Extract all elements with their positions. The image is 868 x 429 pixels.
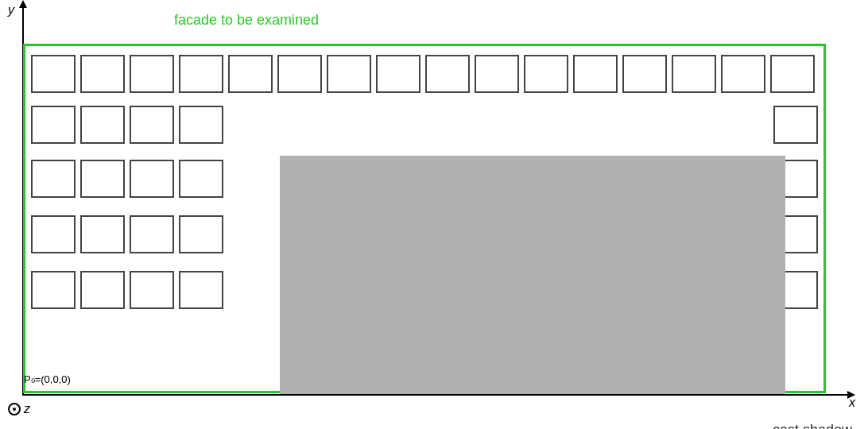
window — [179, 215, 223, 253]
cast-shadow-label: cast shadow — [560, 311, 868, 429]
window — [376, 55, 420, 93]
window-row-3-left — [29, 157, 226, 200]
window — [524, 55, 568, 93]
diagram-canvas: y x z facade to be examined — [0, 0, 868, 429]
y-axis-label: y — [8, 3, 14, 17]
z-axis-circle — [8, 403, 21, 415]
window — [80, 271, 125, 309]
z-axis: z — [8, 402, 30, 416]
window — [622, 55, 667, 93]
window — [130, 55, 174, 93]
facade-border: cast shadow — [23, 44, 826, 393]
window — [80, 215, 125, 253]
facade-label: facade to be examined — [174, 12, 319, 29]
window — [31, 271, 76, 309]
window — [179, 160, 223, 198]
window — [130, 271, 174, 309]
window — [228, 55, 273, 93]
window — [31, 160, 76, 198]
window — [31, 106, 76, 144]
window — [31, 55, 76, 93]
window — [31, 215, 76, 253]
window — [179, 55, 223, 93]
window — [80, 160, 125, 198]
window-row-2-left — [29, 103, 226, 146]
window-row-1 — [29, 52, 820, 95]
origin-label: P₀=(0,0,0) — [24, 373, 71, 385]
window — [179, 271, 223, 309]
window — [80, 55, 125, 93]
z-axis-dot — [13, 408, 16, 411]
window — [130, 160, 174, 198]
window — [425, 55, 470, 93]
window — [130, 215, 174, 253]
cast-shadow: cast shadow — [280, 156, 785, 394]
window-row-2-right — [771, 103, 820, 146]
window — [80, 106, 125, 144]
window — [573, 55, 618, 93]
window — [179, 106, 223, 144]
window — [277, 55, 322, 93]
window-row-4-left — [29, 213, 226, 256]
window — [770, 55, 815, 93]
window — [773, 106, 818, 144]
window — [672, 55, 716, 93]
z-axis-label: z — [24, 402, 30, 416]
window — [130, 106, 174, 144]
window — [721, 55, 765, 93]
window — [475, 55, 519, 93]
window-row-5-left — [29, 269, 226, 311]
window — [327, 55, 371, 93]
